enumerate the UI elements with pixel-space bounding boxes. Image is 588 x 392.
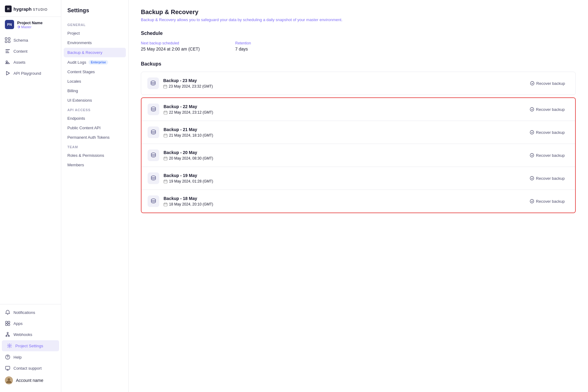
account-item[interactable]: Account name [0, 374, 61, 387]
backup-left-5: Backup - 18 May 18 May 2024, 20:10 (GMT) [148, 195, 213, 207]
support-icon [5, 365, 10, 371]
nav-help[interactable]: Help [0, 352, 61, 363]
backup-db-icon-3 [148, 149, 159, 161]
backup-left-4: Backup - 19 May 19 May 2024, 01:28 (GMT) [148, 172, 213, 184]
svg-rect-4 [6, 49, 10, 50]
nav-api-playground[interactable]: API Playground [0, 68, 61, 79]
svg-point-27 [530, 107, 534, 111]
backup-db-icon-1 [148, 104, 159, 115]
backup-info-3: Backup - 20 May 20 May 2024, 08:30 (GMT) [164, 150, 213, 160]
backup-date-0: 23 May 2024, 23:32 (GMT) [163, 84, 213, 89]
backup-db-icon-4 [148, 172, 159, 184]
logo-area: H hygraph STUDIO [0, 0, 61, 17]
svg-rect-9 [6, 321, 7, 323]
svg-rect-0 [5, 38, 7, 40]
schedule-heading: Schedule [141, 31, 576, 36]
svg-point-30 [530, 130, 534, 134]
backup-info-2: Backup - 21 May 21 May 2024, 18:10 (GMT) [164, 127, 213, 138]
nav-apps[interactable]: Apps [0, 318, 61, 329]
page-subtitle: Backup & Recovery allows you to safeguar… [141, 17, 576, 22]
account-avatar [5, 376, 13, 384]
section-label-general: GENERAL [61, 20, 128, 28]
svg-point-25 [151, 107, 156, 109]
backup-card-5: Backup - 18 May 18 May 2024, 20:10 (GMT)… [141, 190, 575, 213]
svg-rect-32 [164, 157, 167, 160]
project-name: Project Name [17, 21, 43, 25]
settings-nav-environments[interactable]: Environments [61, 38, 128, 47]
svg-rect-38 [164, 203, 167, 206]
backup-date-2: 21 May 2024, 18:10 (GMT) [164, 133, 213, 138]
backup-card-3: Backup - 20 May 20 May 2024, 08:30 (GMT)… [141, 144, 575, 167]
recover-btn-label-1: Recover backup [536, 107, 565, 112]
recover-btn-4[interactable]: Recover backup [526, 174, 569, 183]
nav-schema[interactable]: Schema [0, 35, 61, 46]
settings-nav-billing[interactable]: Billing [61, 86, 128, 96]
nav-notifications[interactable]: Notifications [0, 307, 61, 318]
project-env: Master [17, 25, 43, 29]
svg-rect-10 [8, 321, 10, 323]
backup-name-0: Backup - 23 May [163, 78, 213, 83]
svg-rect-2 [5, 41, 7, 43]
settings-nav-roles-permissions[interactable]: Roles & Permissions [61, 151, 128, 160]
svg-marker-8 [6, 71, 9, 75]
nav-content[interactable]: Content [0, 46, 61, 57]
nav-assets-label: Assets [13, 60, 25, 65]
backup-date-4: 19 May 2024, 01:28 (GMT) [164, 179, 213, 183]
settings-nav-ui-extensions[interactable]: UI Extensions [61, 96, 128, 105]
svg-point-24 [530, 81, 534, 85]
settings-section-general: GENERAL Project Environments Backup & Re… [61, 20, 128, 105]
nav-webhooks-label: Webhooks [13, 332, 32, 337]
main-navigation: Schema Content Assets API Playground [0, 32, 61, 304]
settings-nav-content-stages[interactable]: Content Stages [61, 67, 128, 77]
recover-btn-5[interactable]: Recover backup [526, 197, 569, 205]
recover-btn-1[interactable]: Recover backup [526, 105, 569, 114]
settings-nav-public-content-api[interactable]: Public Content API [61, 123, 128, 133]
settings-icon [7, 343, 12, 349]
settings-nav-endpoints[interactable]: Endpoints [61, 114, 128, 123]
api-icon [5, 70, 10, 76]
svg-point-28 [151, 130, 156, 132]
main-content: Backup & Recovery Backup & Recovery allo… [129, 0, 588, 392]
settings-nav-project[interactable]: Project [61, 28, 128, 38]
backup-card-4: Backup - 19 May 19 May 2024, 01:28 (GMT)… [141, 167, 575, 190]
nav-content-label: Content [13, 49, 28, 54]
settings-nav-permanent-auth-tokens[interactable]: Permanent Auth Tokens [61, 133, 128, 142]
retention-value: 7 days [235, 47, 325, 51]
svg-rect-23 [164, 85, 167, 88]
svg-point-39 [530, 199, 534, 203]
svg-point-33 [530, 153, 534, 157]
backup-date-3: 20 May 2024, 08:30 (GMT) [164, 156, 213, 160]
backup-date-1: 22 May 2024, 23:12 (GMT) [164, 110, 213, 115]
nav-contact-support[interactable]: Contact support [0, 363, 61, 374]
backup-db-icon-0 [147, 77, 159, 89]
nav-project-settings[interactable]: Project Settings [2, 340, 59, 351]
svg-rect-26 [164, 111, 167, 114]
settings-nav-locales[interactable]: Locales [61, 77, 128, 86]
nav-assets[interactable]: Assets [0, 57, 61, 68]
backup-card-0: Backup - 23 May 23 May 2024, 23:32 (GMT)… [141, 72, 576, 95]
backup-list: Backup - 23 May 23 May 2024, 23:32 (GMT)… [141, 72, 576, 213]
backup-card-1: Backup - 22 May 22 May 2024, 23:12 (GMT)… [141, 98, 575, 121]
svg-point-22 [151, 81, 155, 83]
recover-btn-2[interactable]: Recover backup [526, 128, 569, 137]
help-icon [5, 354, 10, 360]
nav-project-settings-label: Project Settings [15, 344, 43, 348]
settings-nav-audit-logs[interactable]: Audit Logs Enterprise [61, 58, 128, 67]
page-title: Backup & Recovery [141, 9, 576, 16]
recover-btn-0[interactable]: Recover backup [526, 79, 569, 88]
nav-webhooks[interactable]: Webhooks [0, 329, 61, 340]
backup-db-icon-5 [148, 195, 159, 207]
svg-rect-3 [8, 41, 10, 43]
recover-btn-3[interactable]: Recover backup [526, 151, 569, 160]
settings-nav-backup-recovery[interactable]: Backup & Recovery [64, 48, 126, 57]
retention-label: Retention [235, 41, 325, 45]
recover-btn-label-4: Recover backup [536, 176, 565, 181]
project-selector[interactable]: PN Project Name Master [0, 17, 61, 32]
nav-help-label: Help [13, 355, 22, 360]
nav-api-label: API Playground [13, 71, 41, 76]
svg-point-15 [7, 332, 8, 334]
backup-card-2: Backup - 21 May 21 May 2024, 18:10 (GMT)… [141, 121, 575, 144]
backup-name-1: Backup - 22 May [164, 104, 213, 109]
settings-nav-members[interactable]: Members [61, 160, 128, 170]
settings-sidebar: Settings GENERAL Project Environments Ba… [61, 0, 129, 392]
